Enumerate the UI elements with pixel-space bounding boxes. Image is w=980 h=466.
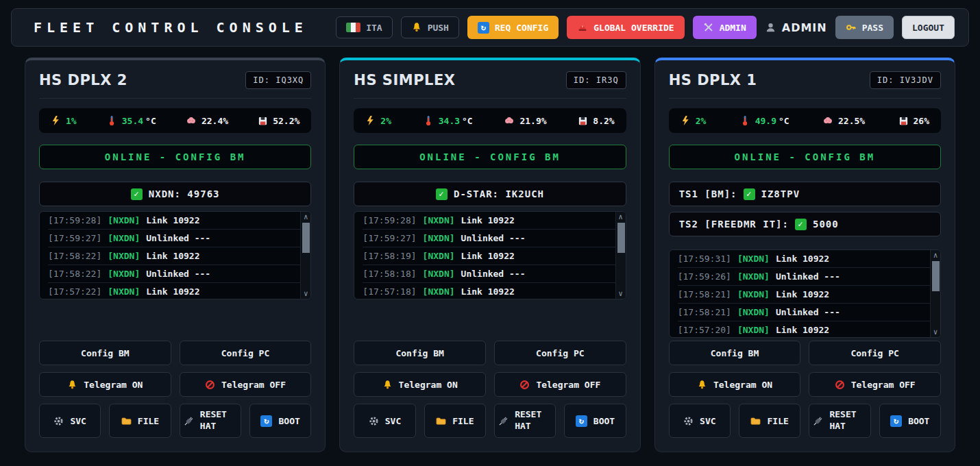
log-entry: [17:58:21][NXDN]Link 10922 — [678, 286, 930, 304]
language-button[interactable]: ITA — [336, 16, 392, 38]
config-bm-button[interactable]: Config BM — [354, 341, 486, 365]
folder-icon — [750, 416, 761, 426]
scroll-up-icon[interactable]: ∧ — [304, 212, 308, 221]
status-banner: ONLINE - CONFIG BM — [39, 145, 311, 169]
cpu-stat: 22.5% — [822, 115, 865, 126]
check-icon: ✓ — [744, 188, 755, 200]
card-title: HS SIMPLEX — [354, 72, 455, 88]
config-pc-button[interactable]: Config PC — [180, 341, 312, 365]
log-scrollbar[interactable]: ∧ ∨ — [930, 250, 940, 337]
scroll-up-icon[interactable]: ∧ — [618, 212, 623, 221]
mode-box-nxdn: ✓ NXDN: 49763 — [39, 182, 311, 206]
log-scrollbar[interactable]: ∧ ∨ — [615, 212, 626, 299]
config-bm-button[interactable]: Config BM — [669, 341, 801, 365]
svc-button[interactable]: SVC — [354, 404, 415, 438]
log-entry: [17:58:18][NXDN]Unlinked --- — [363, 265, 615, 283]
scroll-down-icon[interactable]: ∨ — [618, 289, 623, 298]
log-entry: [17:59:27][NXDN]Unlinked --- — [48, 230, 300, 247]
global-override-button[interactable]: GLOBAL OVERRIDE — [567, 16, 684, 39]
scroll-down-icon[interactable]: ∨ — [304, 289, 308, 298]
folder-icon — [121, 416, 132, 426]
bell-icon — [697, 380, 707, 390]
user-chip[interactable]: ADMIN — [765, 21, 827, 34]
floppy-icon — [258, 116, 268, 126]
scroll-thumb[interactable] — [302, 223, 310, 253]
gear-icon — [53, 416, 64, 426]
file-button[interactable]: FILE — [109, 404, 171, 438]
device-id-badge: ID: IV3JDV — [870, 71, 941, 89]
user-icon — [765, 22, 776, 34]
file-button[interactable]: FILE — [424, 404, 486, 438]
admin-button[interactable]: ADMIN — [693, 16, 757, 39]
device-id-badge: ID: IQ3XQ — [245, 71, 311, 89]
scroll-thumb[interactable] — [932, 261, 940, 291]
reset-hat-button[interactable]: RESET HAT — [180, 404, 241, 438]
boot-button[interactable]: ↻ BOOT — [249, 404, 311, 438]
telegram-on-button[interactable]: Telegram ON — [354, 372, 486, 397]
log-entry: [17:59:27][NXDN]Unlinked --- — [363, 230, 615, 247]
log-entry: [17:58:22][NXDN]Unlinked --- — [48, 265, 300, 283]
thermometer-icon — [106, 115, 117, 126]
refresh-icon: ↻ — [890, 415, 902, 427]
log-entry: [17:57:20][NXDN]Link 10922 — [678, 321, 930, 337]
reset-hat-button[interactable]: RESET HAT — [809, 404, 870, 438]
username-label: ADMIN — [782, 21, 827, 34]
file-button[interactable]: FILE — [739, 404, 800, 438]
mode-box-dstar: ✓ D-STAR: IK2UCH — [354, 182, 626, 206]
divider — [669, 98, 941, 99]
status-banner: ONLINE - CONFIG BM — [354, 145, 626, 169]
boot-button[interactable]: ↻ BOOT — [564, 404, 626, 438]
scroll-up-icon[interactable]: ∧ — [933, 251, 938, 260]
device-card-hs-dplx-1: HS DPLX 1 ID: IV3JDV 2% 49.9°C 22.5% 26%… — [654, 58, 955, 452]
scroll-down-icon[interactable]: ∨ — [933, 328, 938, 336]
svc-button[interactable]: SVC — [39, 404, 101, 438]
req-config-button[interactable]: ↻ REQ CONFIG — [467, 16, 559, 39]
svc-button[interactable]: SVC — [669, 404, 731, 438]
pass-label: PASS — [862, 23, 883, 33]
refresh-icon: ↻ — [478, 22, 489, 34]
log-panel: [17:59:31][NXDN]Link 10922 [17:59:26][NX… — [669, 249, 941, 338]
plug-icon — [813, 416, 823, 426]
gear-icon — [683, 416, 694, 426]
stats-bar: 1% 35.4°C 22.4% 52.2% — [39, 108, 311, 133]
log-scrollbar[interactable]: ∧ ∨ — [300, 212, 310, 299]
telegram-on-button[interactable]: Telegram ON — [39, 372, 171, 397]
config-bm-button[interactable]: Config BM — [39, 341, 171, 365]
telegram-on-button[interactable]: Telegram ON — [669, 372, 801, 397]
telegram-off-button[interactable]: Telegram OFF — [494, 372, 626, 397]
config-pc-button[interactable]: Config PC — [494, 341, 626, 365]
card-title: HS DPLX 1 — [669, 72, 757, 88]
log-entry: [17:59:31][NXDN]Link 10922 — [678, 250, 930, 268]
status-banner: ONLINE - CONFIG BM — [669, 145, 941, 169]
push-label: PUSH — [428, 23, 449, 33]
power-stat: 1% — [51, 115, 77, 126]
power-stat: 2% — [681, 115, 707, 126]
header-actions: ITA PUSH ↻ REQ CONFIG GLOBAL OVERRIDE AD… — [336, 16, 955, 39]
scroll-thumb[interactable] — [617, 223, 625, 253]
log-entry: [17:59:26][NXDN]Unlinked --- — [678, 268, 930, 286]
cpu-stat: 21.9% — [504, 115, 546, 126]
reset-hat-button[interactable]: RESET HAT — [494, 404, 556, 438]
pass-button[interactable]: PASS — [835, 16, 894, 39]
global-override-label: GLOBAL OVERRIDE — [593, 23, 674, 33]
push-button[interactable]: PUSH — [401, 16, 459, 38]
mode-value: IZ8TPV — [761, 188, 800, 199]
brain-icon — [822, 115, 833, 126]
divider — [39, 98, 311, 99]
mode-box-ts1: TS1 [BM]: ✓ IZ8TPV — [669, 182, 941, 206]
bell-icon — [382, 380, 393, 390]
disk-stat: 52.2% — [258, 116, 299, 126]
stats-bar: 2% 34.3°C 21.9% 8.2% — [354, 108, 626, 133]
boot-button[interactable]: ↻ BOOT — [879, 404, 941, 438]
telegram-off-button[interactable]: Telegram OFF — [180, 372, 312, 397]
log-panel: [17:59:28][NXDN]Link 10922 [17:59:27][NX… — [354, 211, 626, 299]
telegram-off-button[interactable]: Telegram OFF — [809, 372, 941, 397]
italy-flag-icon — [346, 23, 360, 32]
config-pc-button[interactable]: Config PC — [809, 341, 941, 365]
floppy-icon — [578, 116, 588, 126]
disk-stat: 26% — [898, 116, 929, 126]
logout-button[interactable]: LOGOUT — [902, 16, 955, 39]
divider — [354, 98, 626, 99]
language-label: ITA — [366, 23, 382, 33]
device-id-badge: ID: IR3Q — [566, 71, 626, 89]
